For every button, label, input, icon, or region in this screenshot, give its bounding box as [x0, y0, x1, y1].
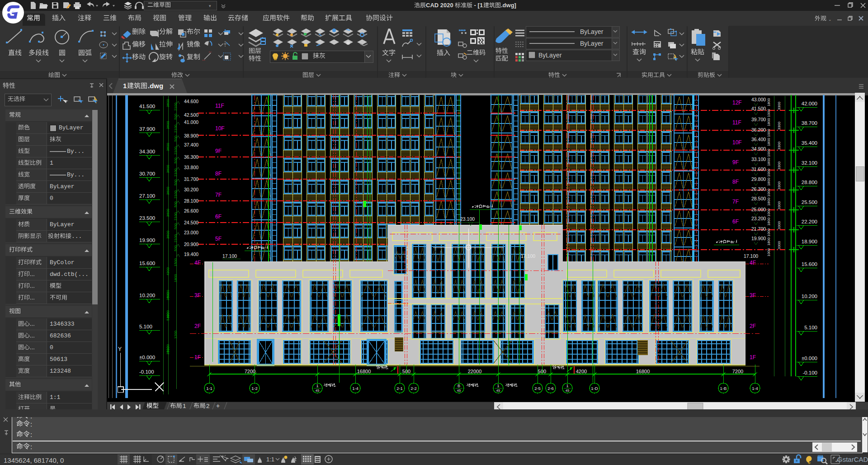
svg-text:5100: 5100 — [166, 313, 170, 321]
svg-text:1:1: 1:1 — [266, 456, 274, 463]
svg-text:9F: 9F — [732, 159, 739, 166]
svg-text:10F: 10F — [732, 139, 742, 146]
svg-text:4F: 4F — [194, 260, 201, 266]
svg-text:ByLayer: ByLayer — [580, 28, 604, 35]
svg-text:2100: 2100 — [174, 103, 178, 111]
svg-text:Y: Y — [118, 346, 122, 352]
svg-text:36.300: 36.300 — [184, 154, 198, 160]
svg-text:10F: 10F — [215, 125, 225, 132]
svg-text:36.400: 36.400 — [751, 137, 766, 142]
svg-text:1000: 1000 — [767, 248, 771, 256]
svg-text:17.100: 17.100 — [222, 253, 237, 259]
svg-text:2-2: 2-2 — [410, 386, 417, 391]
svg-text:1000: 1000 — [767, 129, 771, 137]
svg-text:3F: 3F — [750, 292, 756, 299]
svg-text:19.900: 19.900 — [751, 236, 766, 241]
svg-text:31.600: 31.600 — [751, 166, 766, 172]
svg-text:500: 500 — [174, 245, 178, 251]
svg-text:500: 500 — [174, 114, 178, 120]
svg-text:28.100: 28.100 — [184, 198, 198, 204]
svg-text:3300: 3300 — [777, 181, 781, 190]
svg-text:20.900: 20.900 — [184, 242, 198, 247]
svg-text:30.700: 30.700 — [139, 171, 155, 176]
svg-text:1800: 1800 — [767, 198, 771, 206]
svg-text:42.500: 42.500 — [184, 112, 198, 118]
svg-text:1000: 1000 — [767, 169, 771, 177]
svg-text:ByLayer: ByLayer — [580, 40, 604, 47]
svg-text:22.200: 22.200 — [802, 219, 817, 224]
svg-text:2F: 2F — [750, 323, 756, 329]
svg-text:3300: 3300 — [777, 161, 781, 170]
svg-text:17.100: 17.100 — [521, 253, 535, 259]
svg-text:7200: 7200 — [732, 369, 743, 374]
svg-text:3600: 3600 — [166, 121, 170, 129]
svg-text:3F: 3F — [194, 292, 201, 299]
svg-text:1800: 1800 — [767, 178, 771, 186]
svg-text:4F: 4F — [750, 260, 756, 266]
svg-text:24.500: 24.500 — [184, 220, 198, 225]
svg-text:15.600: 15.600 — [139, 261, 155, 266]
svg-text:45: 45 — [316, 389, 319, 393]
svg-text:38.700: 38.700 — [802, 120, 817, 126]
svg-text:±0.000: ±0.000 — [802, 356, 817, 361]
svg-text:23.000: 23.000 — [184, 230, 198, 235]
svg-text:41.500: 41.500 — [139, 104, 155, 109]
svg-text:±0.000: ±0.000 — [139, 355, 155, 360]
svg-text:1000: 1000 — [767, 149, 771, 157]
svg-text:500: 500 — [174, 135, 178, 142]
svg-text:2100: 2100 — [174, 234, 178, 242]
svg-text:37.900: 37.900 — [139, 126, 155, 132]
svg-text:6F: 6F — [215, 214, 222, 220]
svg-text:45: 45 — [496, 389, 500, 393]
svg-text:23.500: 23.500 — [139, 215, 155, 221]
svg-text:3300: 3300 — [777, 122, 781, 130]
svg-text:1-D: 1-D — [591, 386, 598, 391]
svg-text:1800: 1800 — [174, 274, 178, 282]
svg-text:41.500: 41.500 — [751, 106, 766, 111]
svg-text:1800: 1800 — [767, 98, 771, 106]
svg-text:1800: 1800 — [767, 138, 771, 146]
svg-text:9F: 9F — [215, 148, 222, 154]
svg-text:1000: 1000 — [767, 189, 771, 197]
svg-text:34.900: 34.900 — [751, 146, 766, 152]
svg-text:1-2: 1-2 — [251, 386, 258, 391]
svg-text:1500: 1500 — [174, 258, 178, 266]
svg-text:41.000: 41.000 — [184, 119, 198, 125]
svg-text:2-1: 2-1 — [396, 386, 403, 391]
svg-text:3300: 3300 — [777, 201, 781, 209]
svg-text:5F: 5F — [215, 236, 222, 242]
svg-text:7F: 7F — [732, 199, 739, 205]
svg-text:39.700: 39.700 — [751, 117, 766, 122]
svg-text:7200: 7200 — [245, 369, 255, 374]
svg-text:32.100: 32.100 — [802, 160, 817, 166]
svg-text:4200: 4200 — [576, 369, 587, 374]
svg-text:3600: 3600 — [166, 231, 170, 239]
svg-text:35.400: 35.400 — [802, 140, 817, 146]
svg-text:1F: 1F — [750, 354, 756, 361]
svg-text:16800: 16800 — [636, 369, 650, 374]
svg-text:1000: 1000 — [767, 228, 771, 237]
svg-text:42.000: 42.000 — [802, 101, 817, 106]
svg-text:3300: 3300 — [777, 241, 781, 249]
svg-text:21.700: 21.700 — [751, 226, 766, 232]
svg-text:45: 45 — [566, 389, 569, 393]
svg-text:27.100: 27.100 — [139, 193, 155, 199]
svg-text:7F: 7F — [215, 192, 222, 198]
svg-text:1800: 1800 — [767, 218, 771, 226]
svg-text:45: 45 — [457, 389, 461, 393]
svg-text:2100: 2100 — [174, 124, 178, 133]
svg-text:2100: 2100 — [174, 190, 178, 199]
svg-text:1200: 1200 — [174, 331, 178, 339]
svg-text:12F: 12F — [732, 100, 742, 106]
svg-text:28.800: 28.800 — [802, 180, 817, 185]
svg-text:5.100: 5.100 — [804, 325, 817, 330]
svg-text:17.100: 17.100 — [744, 253, 758, 259]
svg-text:4300: 4300 — [166, 267, 170, 275]
svg-text:-0.100: -0.100 — [802, 370, 817, 375]
svg-text:3300: 3300 — [777, 102, 781, 110]
svg-text:1-B: 1-B — [720, 386, 727, 391]
svg-text:1: 1 — [497, 384, 499, 388]
svg-text:1-1: 1-1 — [206, 386, 212, 391]
svg-text:3600: 3600 — [166, 187, 170, 195]
svg-text:1-4: 1-4 — [352, 386, 359, 391]
